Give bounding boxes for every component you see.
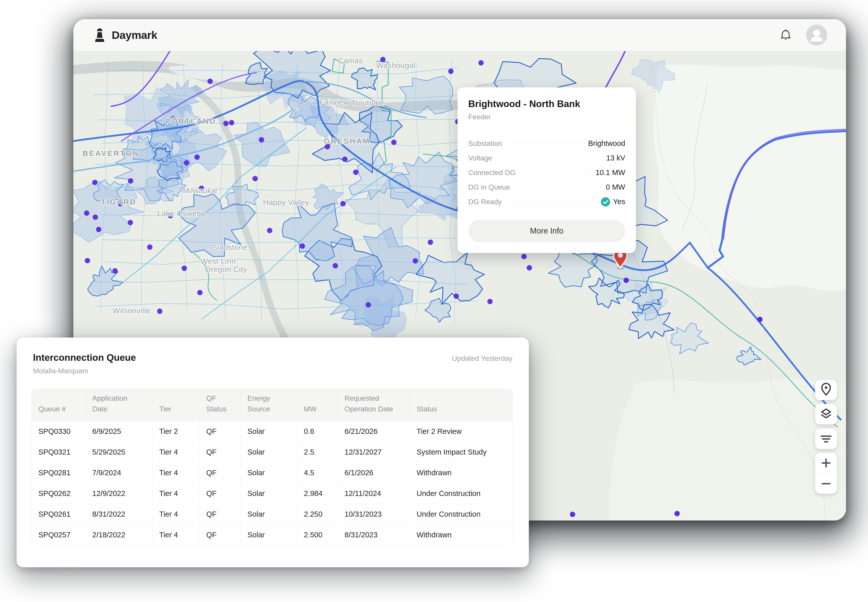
table-cell: 6/21/2026	[338, 421, 410, 442]
detail-value: 13 kV	[606, 154, 625, 162]
table-cell: QF	[200, 504, 241, 524]
map-label: BEAVERTON	[83, 149, 139, 157]
table-cell: 0.6	[297, 421, 338, 442]
column-header: MW	[297, 389, 338, 421]
detail-value: 10.1 MW	[596, 168, 625, 177]
table-cell: Solar	[241, 483, 297, 504]
table-row: SPQ02572/18/2022Tier 4QFSolar2.5008/31/2…	[32, 524, 513, 545]
table-cell: QF	[200, 442, 241, 462]
table-cell: QF	[200, 483, 241, 504]
locate-button[interactable]	[815, 380, 837, 400]
updated-timestamp: Updated Yesterday	[452, 355, 513, 362]
map-label: Fairview	[319, 98, 349, 106]
table-cell: 2.984	[297, 483, 338, 504]
feeder-detail-row: DG in Queue 0 MW	[468, 180, 625, 195]
table-cell: Tier 2 Review	[410, 421, 513, 442]
table-cell: Solar	[241, 421, 297, 442]
column-header: Tier	[153, 389, 200, 421]
table-cell: System Impact Study	[410, 442, 513, 462]
app-header: Daymark	[73, 19, 846, 51]
table-cell: 2.500	[297, 524, 338, 545]
notifications-button[interactable]	[780, 28, 792, 41]
table-cell: Tier 4	[153, 462, 200, 483]
check-icon	[601, 197, 610, 206]
location-pin-icon	[815, 380, 837, 400]
detail-label: DG Ready	[468, 198, 502, 206]
table-cell: Tier 2	[153, 421, 200, 442]
map-label: Happy Valley	[263, 198, 309, 206]
table-cell: QF	[200, 462, 241, 483]
table-cell: 12/31/2027	[338, 442, 410, 462]
map-label: Oregon City	[205, 265, 247, 273]
detail-label: Connected DG	[468, 169, 516, 177]
table-cell: 2.250	[297, 504, 338, 524]
queue-card-title: Interconnection Queue	[33, 352, 513, 363]
queue-table-body: SPQ03306/9/2025Tier 2QFSolar0.66/21/2026…	[32, 421, 513, 545]
feeder-info-card: Brightwood - North Bank Feeder Substatio…	[458, 88, 636, 253]
table-cell: Under Construction	[410, 504, 513, 524]
page: { "header": { "brand": "Daymark" }, "fee…	[0, 0, 868, 602]
table-row: SPQ02817/9/2024Tier 4QFSolar4.56/1/2026W…	[32, 462, 513, 483]
interconnection-queue-card: Interconnection Queue Molalla-Marquam Up…	[17, 338, 529, 567]
table-cell: SPQ0261	[32, 504, 86, 524]
column-header: Status	[410, 389, 513, 421]
map-label: TIGARD	[101, 198, 137, 206]
map-label: Troutdale	[351, 98, 384, 107]
zoom-controls	[815, 453, 837, 494]
column-header: Energy Source	[241, 389, 297, 421]
brand: Daymark	[94, 28, 157, 42]
bell-icon	[780, 29, 791, 41]
person-icon	[806, 25, 827, 46]
table-row: SPQ02618/31/2022Tier 4QFSolar2.25010/31/…	[32, 504, 513, 524]
table-cell: QF	[200, 524, 241, 545]
more-info-button[interactable]: More Info	[468, 220, 625, 242]
leader-line	[521, 172, 590, 173]
layers-button[interactable]	[815, 404, 837, 424]
table-cell: SPQ0257	[32, 524, 86, 545]
brand-name: Daymark	[112, 29, 157, 41]
zoom-in-button[interactable]	[815, 453, 837, 473]
table-cell: 6/1/2026	[338, 462, 410, 483]
map-label: West Linn	[201, 257, 236, 265]
zoom-out-button[interactable]	[815, 473, 837, 494]
table-cell: Tier 4	[153, 524, 200, 545]
detail-label: DG in Queue	[468, 183, 510, 191]
avatar[interactable]	[806, 25, 827, 46]
table-cell: Solar	[241, 462, 297, 483]
table-cell: SPQ0321	[32, 442, 86, 462]
layers-icon	[815, 404, 837, 424]
queue-table-header: Queue #Application DateTierQF StatusEner…	[32, 389, 513, 421]
plus-icon	[815, 453, 837, 473]
table-cell: 8/31/2022	[86, 504, 153, 524]
table-cell: 4.5	[297, 462, 338, 483]
table-cell: 7/9/2024	[86, 462, 153, 483]
table-cell: 12/11/2024	[338, 483, 410, 504]
table-row: SPQ03306/9/2025Tier 2QFSolar0.66/21/2026…	[32, 421, 513, 442]
table-cell: QF	[200, 421, 241, 442]
lighthouse-logo-icon	[94, 28, 106, 42]
feeder-detail-rows: Substation BrightwoodVoltage 13 kVConnec…	[468, 136, 625, 209]
table-cell: Solar	[241, 442, 297, 462]
table-cell: 8/31/2023	[338, 524, 410, 545]
detail-label: Voltage	[468, 154, 492, 162]
table-cell: Solar	[241, 504, 297, 524]
queue-card-subtitle: Molalla-Marquam	[33, 367, 513, 375]
column-header: Requested Operation Date	[338, 389, 410, 421]
queue-table: Queue #Application DateTierQF StatusEner…	[31, 389, 513, 545]
feeder-detail-row: DG Ready Yes	[468, 195, 625, 209]
table-cell: SPQ0330	[32, 421, 86, 442]
feeder-detail-row: Connected DG 10.1 MW	[468, 165, 625, 180]
filter-button[interactable]	[815, 428, 837, 449]
table-cell: SPQ0262	[32, 483, 86, 504]
table-cell: Tier 4	[153, 442, 200, 462]
column-header: Queue #	[32, 389, 86, 421]
feeder-detail-row: Substation Brightwood	[468, 136, 625, 151]
detail-value: Brightwood	[588, 139, 625, 148]
feeder-card-title: Brightwood - North Bank	[468, 98, 625, 109]
table-row: SPQ03215/29/2025Tier 4QFSolar2.512/31/20…	[32, 442, 513, 462]
leader-line	[515, 187, 601, 187]
table-cell: Withdrawn	[410, 524, 513, 545]
table-cell: 10/31/2023	[338, 504, 410, 524]
table-cell: SPQ0281	[32, 462, 86, 483]
map-label: Lake Oswego	[157, 209, 206, 217]
